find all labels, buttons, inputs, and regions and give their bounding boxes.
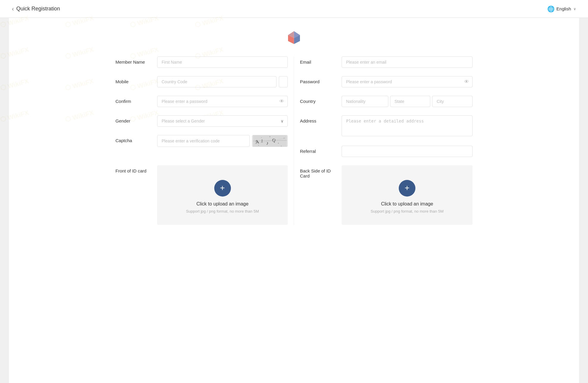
eye-icon[interactable]: 👁 <box>279 99 284 104</box>
country-input-area <box>342 96 473 107</box>
svg-point-16 <box>281 146 282 146</box>
back-id-upload-button[interactable]: + <box>399 180 415 197</box>
confirm-input-area: 👁 <box>157 96 288 107</box>
language-label: English <box>556 6 571 11</box>
password-row: Password 👁 <box>300 76 473 87</box>
right-section: Email Password 👁 <box>294 56 473 165</box>
front-id-section: Front of ID card + Click to upload an im… <box>115 165 294 225</box>
back-id-upload-title: Click to upload an image <box>381 201 433 207</box>
password-input-area: 👁 <box>342 76 473 87</box>
back-id-upload-area[interactable]: + Click to upload an image Support jpg /… <box>342 165 473 225</box>
captcha-image[interactable]: A 1 › Q <box>252 135 288 147</box>
plus-icon: + <box>405 184 409 192</box>
referral-row: Referral <box>300 146 473 157</box>
language-selector[interactable]: 🌐 English ∨ <box>547 5 576 12</box>
address-input[interactable] <box>342 115 473 136</box>
country-label: Country <box>300 96 342 104</box>
gender-input-area: Please select a Gender Male Female Other… <box>157 115 288 127</box>
address-input-area <box>342 115 473 137</box>
gender-label: Gender <box>115 115 157 123</box>
back-id-label: Back Side of ID Card <box>300 165 342 178</box>
logo-area <box>27 30 561 45</box>
mobile-number-input[interactable] <box>279 76 288 87</box>
password-input[interactable] <box>342 76 473 87</box>
email-input[interactable] <box>342 56 473 68</box>
first-name-input[interactable] <box>157 56 288 68</box>
captcha-input-area: A 1 › Q <box>157 135 288 147</box>
password-label: Password <box>300 76 342 84</box>
back-id-upload-subtitle: Support jpg / png format, no more than 5… <box>371 209 444 214</box>
mobile-input-area <box>157 76 288 87</box>
captcha-row: Captcha <box>115 135 288 147</box>
email-label: Email <box>300 56 342 65</box>
captcha-label: Captcha <box>115 135 157 143</box>
member-name-row: Member Name <box>115 56 288 68</box>
back-id-section: Back Side of ID Card + Click to upload a… <box>294 165 473 225</box>
svg-point-14 <box>258 145 259 145</box>
member-name-input-area <box>157 56 288 68</box>
referral-label: Referral <box>300 146 342 154</box>
confirm-row: Confirm 👁 <box>115 96 288 107</box>
chevron-down-icon: ∨ <box>573 7 576 11</box>
form-grid: Member Name Mobile <box>115 56 473 165</box>
email-row: Email <box>300 56 473 68</box>
gender-row: Gender Please select a Gender Male Femal… <box>115 115 288 127</box>
address-row: Address <box>300 115 473 137</box>
globe-icon: 🌐 <box>547 5 555 12</box>
mobile-label: Mobile <box>115 76 157 84</box>
country-code-input[interactable] <box>157 76 276 87</box>
member-name-label: Member Name <box>115 56 157 65</box>
back-arrow-icon: ‹ <box>12 5 14 12</box>
eye-icon[interactable]: 👁 <box>464 79 469 84</box>
nationality-input[interactable] <box>342 96 388 107</box>
id-card-row: Front of ID card + Click to upload an im… <box>115 165 473 225</box>
plus-icon: + <box>220 184 225 192</box>
referral-input[interactable] <box>342 146 473 157</box>
front-id-upload-button[interactable]: + <box>214 180 231 197</box>
logo-icon <box>287 30 301 45</box>
mobile-row: Mobile <box>115 76 288 87</box>
confirm-password-input[interactable] <box>157 96 288 107</box>
front-id-upload-area[interactable]: + Click to upload an image Support jpg /… <box>157 165 288 225</box>
state-input[interactable] <box>390 96 431 107</box>
captcha-input[interactable] <box>157 135 250 147</box>
main-content: Member Name Mobile <box>9 18 579 383</box>
address-label: Address <box>300 115 342 123</box>
front-id-upload-subtitle: Support jpg / png format, no more than 5… <box>186 209 259 214</box>
svg-point-15 <box>270 136 270 137</box>
left-section: Member Name Mobile <box>115 56 294 165</box>
front-id-label: Front of ID card <box>115 165 157 173</box>
front-id-upload-title: Click to upload an image <box>196 201 248 207</box>
back-button[interactable]: ‹ Quick Registration <box>12 5 60 12</box>
gender-select[interactable]: Please select a Gender Male Female Other <box>157 115 288 127</box>
country-row: Country <box>300 96 473 107</box>
city-input[interactable] <box>432 96 473 107</box>
referral-input-area <box>342 146 473 157</box>
confirm-label: Confirm <box>115 96 157 104</box>
header: ‹ Quick Registration 🌐 English ∨ <box>0 0 588 18</box>
svg-point-9 <box>261 137 262 138</box>
email-input-area <box>342 56 473 68</box>
svg-point-12 <box>278 143 279 144</box>
page-title: Quick Registration <box>16 6 60 12</box>
